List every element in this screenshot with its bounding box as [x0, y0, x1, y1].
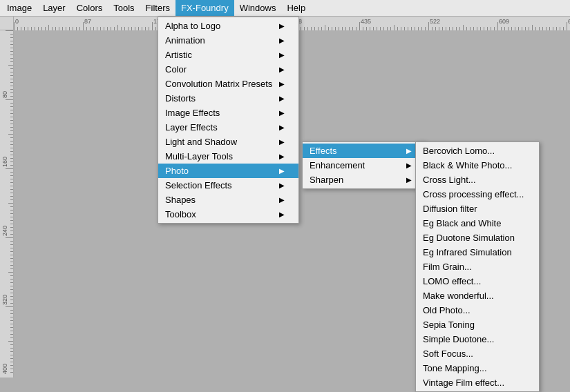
level1-item[interactable]: Selection Effects▶	[158, 178, 298, 193]
menu-item-label: Shapes	[165, 195, 196, 205]
level3-item[interactable]: Bercovich Lomo...	[416, 144, 539, 158]
level3-item[interactable]: Sepia Toning	[416, 317, 539, 332]
menu-item-label: Simple Duotone...	[423, 334, 494, 344]
menu-item-label: Eg Infrared Simulation	[423, 247, 512, 257]
ruler-corner	[0, 17, 14, 30]
submenu-arrow-icon: ▶	[406, 147, 412, 155]
ruler-v	[0, 30, 14, 378]
menu-item-label: Multi-Layer Tools	[165, 151, 233, 161]
level1-item[interactable]: Photo▶	[158, 164, 298, 178]
level3-item[interactable]: Make wonderful...	[416, 288, 539, 303]
submenu-arrow-icon: ▶	[279, 66, 285, 73]
level3-item[interactable]: Eg Infrared Simulation	[416, 245, 539, 259]
level2-item[interactable]: Enhancement▶	[303, 158, 426, 173]
menu-item-label: Eg Duotone Simulation	[423, 233, 515, 243]
submenu-arrow-icon: ▶	[279, 153, 285, 160]
submenu-arrow-icon: ▶	[279, 80, 285, 88]
level3-item[interactable]: LOMO effect...	[416, 274, 539, 288]
menu-item-fx-foundry[interactable]: FX-Foundry	[175, 0, 234, 16]
menu-item-help[interactable]: Help	[281, 0, 311, 16]
submenu-arrow-icon: ▶	[406, 176, 412, 184]
menu-item-label: Light and Shadow	[165, 137, 237, 147]
submenu-arrow-icon: ▶	[279, 210, 285, 218]
menu-item-label: Diffusion filter	[423, 204, 477, 214]
menu-item-filters[interactable]: Filters	[140, 0, 175, 16]
menu-item-label: Alpha to Logo	[165, 21, 220, 31]
menu-item-label: Cross processing effect...	[423, 189, 524, 199]
level3-item[interactable]: Simple Duotone...	[416, 332, 539, 346]
level2-item[interactable]: Sharpen▶	[303, 173, 426, 187]
menu-item-label: Sharpen	[310, 175, 343, 185]
menu-item-tools[interactable]: Tools	[108, 0, 140, 16]
level2-item[interactable]: Effects▶	[303, 144, 426, 158]
menu-item-label: Artistic	[165, 50, 192, 60]
submenu-arrow-icon: ▶	[279, 37, 285, 44]
level3-item[interactable]: Vintage Film effect...	[416, 375, 539, 390]
submenu-arrow-icon: ▶	[279, 138, 285, 146]
menu-item-image[interactable]: Image	[1, 0, 37, 16]
level1-item[interactable]: Artistic▶	[158, 48, 298, 62]
level1-item[interactable]: Alpha to Logo▶	[158, 19, 298, 33]
submenu-arrow-icon: ▶	[279, 182, 285, 189]
level1-item[interactable]: Toolbox▶	[158, 207, 298, 222]
menu-item-label: Enhancement	[310, 160, 365, 170]
menu-item-label: Layer Effects	[165, 122, 218, 133]
menu-item-label: Make wonderful...	[423, 291, 494, 301]
menu-item-label: Sepia Toning	[423, 320, 475, 330]
menu-item-label: Color	[165, 64, 187, 75]
level1-item[interactable]: Color▶	[158, 62, 298, 77]
submenu-arrow-icon: ▶	[279, 109, 285, 117]
level1-item[interactable]: Multi-Layer Tools▶	[158, 149, 298, 164]
level1-item[interactable]: Convolution Matrix Presets▶	[158, 77, 298, 91]
level3-item[interactable]: Diffusion filter	[416, 202, 539, 216]
level1-item[interactable]: Animation▶	[158, 33, 298, 48]
menu-item-label: Toolbox	[165, 209, 196, 219]
level1-item[interactable]: Light and Shadow▶	[158, 135, 298, 149]
menu-item-label: Old Photo...	[423, 305, 471, 315]
menu-item-label: Animation	[165, 35, 205, 46]
menu-item-windows[interactable]: Windows	[234, 0, 282, 16]
fx-foundry-menu: Alpha to Logo▶Animation▶Artistic▶Color▶C…	[158, 17, 299, 224]
menu-item-label: Selection Effects	[165, 180, 232, 190]
menu-item-layer[interactable]: Layer	[37, 0, 71, 16]
level3-item[interactable]: Soft Focus...	[416, 346, 539, 361]
submenu-arrow-icon: ▶	[279, 196, 285, 204]
menu-item-label: Cross Light...	[423, 175, 476, 185]
level3-item[interactable]: Cross Light...	[416, 173, 539, 187]
menu-item-colors[interactable]: Colors	[71, 0, 108, 16]
level1-item[interactable]: Image Effects▶	[158, 106, 298, 120]
menu-item-label: LOMO effect...	[423, 276, 481, 286]
menu-bar: ImageLayerColorsToolsFiltersFX-FoundryWi…	[0, 0, 570, 17]
submenu-arrow-icon: ▶	[279, 95, 285, 102]
menu-item-label: Effects	[310, 146, 337, 156]
menu-item-label: Image Effects	[165, 108, 220, 118]
effects-submenu: Bercovich Lomo...Black & White Photo...C…	[415, 141, 540, 392]
level3-item[interactable]: Eg Duotone Simulation	[416, 231, 539, 245]
menu-item-label: Film Grain...	[423, 262, 472, 272]
submenu-arrow-icon: ▶	[279, 51, 285, 59]
menu-item-label: Bercovich Lomo...	[423, 146, 495, 156]
submenu-arrow-icon: ▶	[279, 22, 285, 30]
level3-item[interactable]: Old Photo...	[416, 303, 539, 317]
level1-item[interactable]: Layer Effects▶	[158, 120, 298, 135]
submenu-arrow-icon: ▶	[406, 161, 412, 169]
photo-submenu: Effects▶Enhancement▶Sharpen▶	[302, 141, 426, 189]
menu-item-label: Photo	[165, 166, 189, 176]
menu-item-label: Soft Focus...	[423, 349, 473, 359]
menu-item-label: Convolution Matrix Presets	[165, 79, 272, 89]
level3-item[interactable]: Eg Black and White	[416, 216, 539, 231]
menu-item-label: Tone Mapping...	[423, 363, 487, 373]
level3-item[interactable]: Black & White Photo...	[416, 158, 539, 173]
menu-item-label: Vintage Film effect...	[423, 378, 504, 388]
level3-item[interactable]: Tone Mapping...	[416, 361, 539, 375]
level3-item[interactable]: Cross processing effect...	[416, 187, 539, 202]
menu-item-label: Distorts	[165, 93, 196, 104]
level1-item[interactable]: Shapes▶	[158, 193, 298, 207]
submenu-arrow-icon: ▶	[279, 167, 285, 175]
submenu-arrow-icon: ▶	[279, 124, 285, 131]
level3-item[interactable]: Film Grain...	[416, 259, 539, 274]
menu-item-label: Black & White Photo...	[423, 160, 512, 170]
level1-item[interactable]: Distorts▶	[158, 91, 298, 106]
menu-item-label: Eg Black and White	[423, 218, 501, 228]
